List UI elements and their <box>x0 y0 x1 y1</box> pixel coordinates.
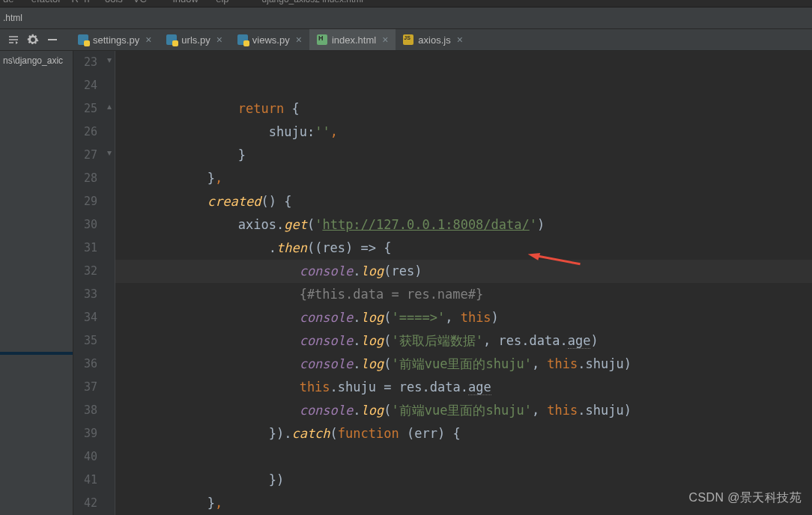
file-type-icon <box>237 34 248 45</box>
editor-tab[interactable]: views.py× <box>230 29 309 50</box>
menu-item[interactable]: VCS <box>133 0 154 4</box>
project-tree-selected[interactable] <box>0 352 73 355</box>
close-icon[interactable]: × <box>296 34 302 46</box>
fold-column[interactable] <box>105 51 115 515</box>
main-menu: de Refactor Run Tools VCS Window Help dj… <box>0 0 812 7</box>
navigation-bar: .html <box>0 7 812 29</box>
menu-item[interactable]: Help <box>209 0 229 4</box>
svg-rect-0 <box>48 39 57 40</box>
menu-item[interactable]: Refactor <box>24 0 61 4</box>
hide-icon[interactable] <box>46 34 58 46</box>
file-type-icon <box>317 34 327 45</box>
project-tree[interactable]: ns\django_axic <box>0 51 73 515</box>
gear-icon[interactable] <box>27 34 39 46</box>
file-type-icon <box>166 34 177 45</box>
tab-row: settings.py×urls.py×views.py×index.html×… <box>0 29 812 51</box>
close-icon[interactable]: × <box>145 34 151 46</box>
close-icon[interactable]: × <box>457 34 463 46</box>
tab-label: urls.py <box>181 34 210 46</box>
project-tree-item[interactable]: ns\django_axic <box>0 54 73 67</box>
editor-tab[interactable]: settings.py× <box>70 29 159 50</box>
gutter: 2324252627282930313233343536373839404142 <box>73 51 105 515</box>
file-path[interactable]: .html <box>3 13 22 23</box>
tab-label: settings.py <box>93 34 139 46</box>
menu-item[interactable]: de <box>3 0 13 4</box>
tab-label: axios.js <box>418 34 450 46</box>
tab-label: views.py <box>252 34 290 46</box>
code-editor[interactable]: return { shuju:'', } }, created() { axio… <box>115 51 812 515</box>
menu-item[interactable]: Run <box>72 0 90 4</box>
editor-tab[interactable]: urls.py× <box>159 29 229 50</box>
menu-item[interactable]: Window <box>164 0 199 4</box>
file-type-icon <box>403 34 413 45</box>
file-type-icon <box>78 34 88 45</box>
tab-label: index.html <box>332 34 376 46</box>
editor-tab[interactable]: index.html× <box>309 29 396 50</box>
close-icon[interactable]: × <box>216 34 222 46</box>
editor-tab[interactable]: axios.js× <box>396 29 470 50</box>
show-options-icon[interactable] <box>7 34 19 46</box>
menu-item[interactable]: Tools <box>100 0 122 4</box>
breadcrumb: django_axios2 index.html <box>262 0 363 4</box>
close-icon[interactable]: × <box>382 34 388 46</box>
editor-tabs: settings.py×urls.py×views.py×index.html×… <box>70 29 470 50</box>
